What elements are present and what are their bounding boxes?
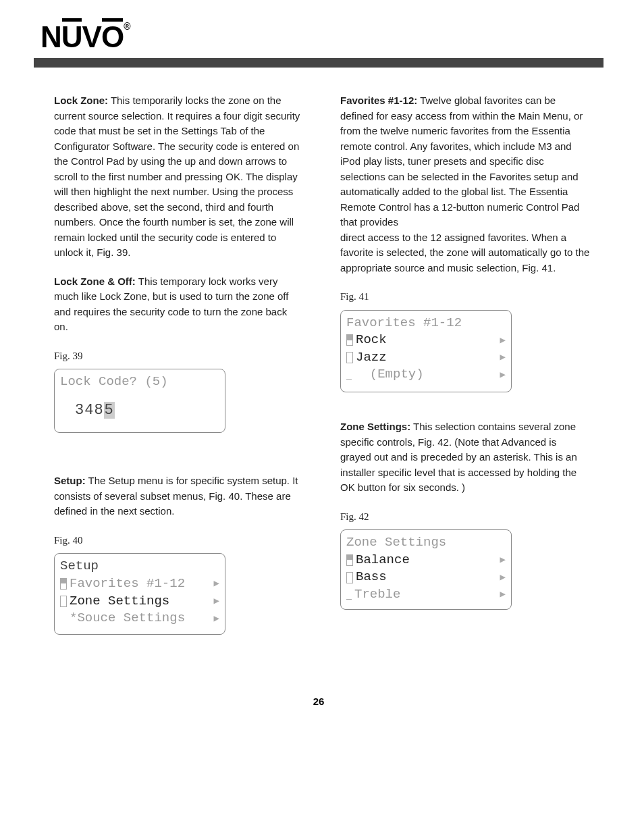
scroll-indicator-icon bbox=[346, 378, 352, 380]
scroll-indicator-icon bbox=[60, 596, 67, 607]
chevron-right-icon: ▶ bbox=[214, 577, 219, 590]
scroll-indicator-icon bbox=[346, 572, 353, 583]
fig40-item1-label: Favorites #1-12 bbox=[70, 575, 185, 593]
setup-lead: Setup: bbox=[54, 475, 86, 486]
scroll-indicator-icon bbox=[346, 352, 353, 363]
fig42-row-balance: Balance ▶ bbox=[345, 552, 507, 569]
fig41-item3-label: (Empty) bbox=[354, 366, 424, 384]
favorites-body2: direct access to the 12 assigned favorit… bbox=[340, 232, 589, 273]
fig40-row-favorites: Favorites #1-12 ▶ bbox=[59, 575, 221, 593]
fig42-item3-label: Treble bbox=[354, 586, 400, 604]
chevron-right-icon: ▶ bbox=[500, 369, 506, 382]
fig39-lock-code: 3485 bbox=[59, 400, 221, 421]
chevron-right-icon: ▶ bbox=[500, 334, 506, 347]
fig42-caption: Fig. 42 bbox=[340, 509, 590, 525]
scroll-indicator-icon bbox=[346, 598, 352, 600]
zone-settings-lead: Zone Settings: bbox=[340, 421, 410, 432]
brand-logo: NUVO® bbox=[41, 20, 130, 54]
right-column: Favorites #1-12: Twelve global favorites… bbox=[340, 93, 590, 635]
fig41-title: Favorites #1-12 bbox=[345, 315, 507, 332]
scroll-indicator-icon bbox=[346, 554, 353, 566]
fig40-row-zone-settings: Zone Settings ▶ bbox=[59, 593, 221, 610]
chevron-right-icon: ▶ bbox=[214, 595, 219, 608]
fig41-item1-label: Rock bbox=[356, 332, 387, 349]
fig40-caption: Fig. 40 bbox=[54, 533, 304, 548]
scroll-indicator-icon bbox=[60, 578, 67, 590]
fig40-row-source-settings: *Souce Settings ▶ bbox=[59, 610, 221, 627]
fig39-lcd: Lock Code? (5) 3485 bbox=[54, 369, 225, 433]
lock-zone-off-paragraph: Lock Zone & Off: This temporary lock wor… bbox=[54, 274, 304, 335]
chevron-right-icon: ▶ bbox=[500, 588, 506, 601]
header-rule bbox=[34, 58, 603, 68]
scroll-indicator-icon bbox=[346, 334, 353, 346]
fig42-row-treble: Treble ▶ bbox=[345, 586, 507, 604]
chevron-right-icon: ▶ bbox=[500, 351, 506, 364]
fig41-caption: Fig. 41 bbox=[340, 289, 590, 305]
setup-paragraph: Setup: The Setup menu is for specific sy… bbox=[54, 473, 304, 519]
lock-zone-paragraph: Lock Zone: This temporarily locks the zo… bbox=[54, 93, 304, 261]
setup-body: The Setup menu is for specific system se… bbox=[54, 475, 298, 517]
fig41-row-empty: (Empty) ▶ bbox=[345, 366, 507, 384]
favorites-body1: Twelve global favorites can be defined f… bbox=[340, 95, 583, 228]
chevron-right-icon: ▶ bbox=[500, 554, 506, 567]
fig40-title: Setup bbox=[59, 558, 221, 575]
fig41-item2-label: Jazz bbox=[356, 349, 387, 367]
fig39-caption: Fig. 39 bbox=[54, 348, 304, 364]
page-number: 26 bbox=[34, 696, 603, 707]
left-column: Lock Zone: This temporarily locks the zo… bbox=[54, 93, 304, 635]
fig41-lcd: Favorites #1-12 Rock ▶ Jazz ▶ (Empty) ▶ bbox=[340, 310, 512, 393]
chevron-right-icon: ▶ bbox=[500, 571, 506, 584]
favorites-lead: Favorites #1-12: bbox=[340, 95, 417, 106]
fig42-item2-label: Bass bbox=[356, 569, 387, 586]
fig40-lcd: Setup Favorites #1-12 ▶ Zone Settings ▶ … bbox=[54, 553, 225, 635]
fig39-code-digits: 348 bbox=[75, 402, 104, 419]
fig42-title: Zone Settings bbox=[345, 534, 507, 552]
fig42-row-bass: Bass ▶ bbox=[345, 569, 507, 586]
fig40-item3-label: *Souce Settings bbox=[70, 610, 185, 627]
fig41-row-rock: Rock ▶ bbox=[345, 332, 507, 349]
fig42-lcd: Zone Settings Balance ▶ Bass ▶ Treble ▶ bbox=[340, 529, 512, 610]
fig41-row-jazz: Jazz ▶ bbox=[345, 349, 507, 367]
lock-zone-body: This temporarily locks the zone on the c… bbox=[54, 95, 300, 258]
zone-settings-paragraph: Zone Settings: This selection contains s… bbox=[340, 419, 590, 496]
fig39-code-cursor: 5 bbox=[104, 402, 115, 419]
fig42-item1-label: Balance bbox=[356, 552, 410, 569]
chevron-right-icon: ▶ bbox=[214, 613, 219, 625]
favorites-paragraph: Favorites #1-12: Twelve global favorites… bbox=[340, 93, 590, 276]
fig39-title: Lock Code? (5) bbox=[59, 373, 221, 391]
lock-zone-off-lead: Lock Zone & Off: bbox=[54, 276, 136, 287]
lock-zone-lead: Lock Zone: bbox=[54, 95, 108, 106]
fig40-item2-label: Zone Settings bbox=[70, 593, 169, 610]
